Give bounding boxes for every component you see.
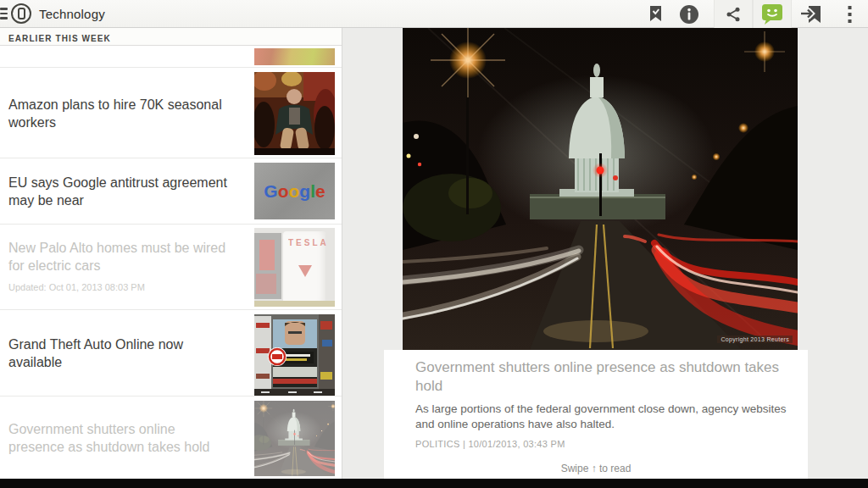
story-list-panel: EARLIER THIS WEEK Amazon plans to hire 7…	[0, 28, 342, 479]
story-title: EU says Google antitrust agreement may b…	[8, 174, 227, 209]
story-updated-time: Updated: Oct 01, 2013 08:03 PM	[8, 279, 227, 297]
story-title: Amazon plans to hire 70K seasonal worker…	[8, 96, 227, 131]
info-icon	[679, 4, 699, 25]
tesla-photo: TESLA	[254, 228, 335, 307]
article-summary: As large portions of the federal governm…	[384, 396, 808, 432]
list-item-amazon[interactable]: Amazon plans to hire 70K seasonal worker…	[0, 69, 342, 158]
article-meta: POLITICS | 10/01/2013, 03:43 PM	[384, 432, 808, 449]
overflow-menu-button[interactable]	[841, 0, 858, 28]
capitol-photo	[403, 28, 798, 350]
share-icon	[725, 6, 742, 23]
bookmark-check-icon	[648, 5, 663, 23]
article-title: Government shutters online presence as s…	[384, 350, 808, 396]
gta-photo	[254, 314, 335, 396]
list-item-gta[interactable]: Grand Theft Auto Online now available	[0, 311, 342, 396]
story-thumbnail: TESLA	[254, 228, 335, 307]
overflow-menu-icon	[848, 5, 852, 24]
system-bar	[0, 479, 868, 488]
story-thumbnail: Google	[254, 163, 335, 219]
sign-in-button[interactable]	[797, 0, 826, 28]
story-thumbnail	[254, 48, 335, 65]
google-logo: Google	[264, 181, 325, 202]
story-title: Grand Theft Auto Online now available	[8, 336, 227, 371]
story-title: New Palo Alto homes must be wired for el…	[8, 239, 227, 297]
bookmark-check-button[interactable]	[643, 0, 668, 28]
list-item-google[interactable]: EU says Google antitrust agreement may b…	[0, 159, 342, 225]
list-item-government[interactable]: Government shutters online presence as s…	[0, 397, 342, 479]
app-screen: Technology	[0, 0, 868, 488]
top-bar: Technology	[0, 0, 868, 28]
app-logo-icon[interactable]	[11, 3, 31, 24]
capitol-photo-small	[254, 401, 335, 476]
image-credit: Copyright 2013 Reuters	[717, 336, 793, 343]
share-button[interactable]	[714, 0, 753, 28]
bezos-photo	[254, 72, 335, 155]
list-item-palo-alto[interactable]: New Palo Alto homes must be wired for el…	[0, 225, 342, 310]
article-image[interactable]: Copyright 2013 Reuters	[403, 28, 798, 350]
sign-in-icon	[800, 4, 822, 25]
story-title: Government shutters online presence as s…	[8, 420, 227, 456]
story-thumbnail	[254, 314, 335, 396]
menu-icon[interactable]	[0, 8, 8, 20]
story-thumbnail	[254, 401, 335, 476]
story-thumbnail	[254, 72, 335, 155]
section-header: EARLIER THIS WEEK	[0, 28, 342, 46]
messaging-button[interactable]	[753, 0, 792, 28]
messaging-icon	[761, 3, 783, 25]
article-card[interactable]: Government shutters online presence as s…	[384, 350, 808, 479]
featured-article-panel: Copyright 2013 Reuters Government shutte…	[343, 28, 868, 479]
list-item-partial[interactable]	[0, 47, 342, 68]
swipe-hint: Swipe ↑ to read	[384, 463, 808, 474]
info-button[interactable]	[676, 0, 702, 28]
page-title: Technology	[39, 7, 105, 21]
